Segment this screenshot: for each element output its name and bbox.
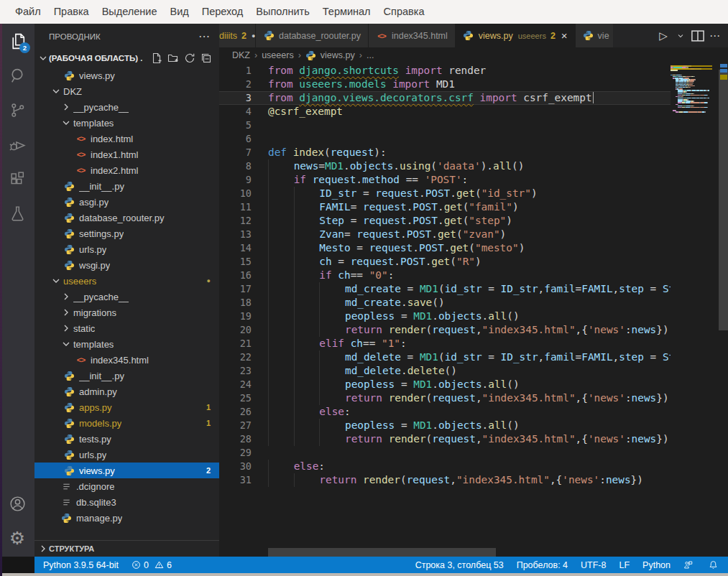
menu-item-Выполнить[interactable]: Выполнить bbox=[249, 0, 315, 24]
code-line-30[interactable]: 30 else: bbox=[219, 460, 671, 473]
breadcrumb-item-useeers[interactable]: useeers bbox=[262, 50, 293, 60]
code-line-4[interactable]: 4@csrf_exempt bbox=[219, 105, 671, 119]
tree-item-apps.py[interactable]: apps.py1 bbox=[34, 399, 219, 415]
activitybar-source-control[interactable] bbox=[0, 93, 34, 127]
tree-item-.dcignore[interactable]: .dcignore bbox=[34, 478, 219, 494]
status-item[interactable]: LF bbox=[619, 560, 630, 570]
tab-diiits[interactable]: diiits2● bbox=[219, 24, 256, 47]
tree-item-manage.py[interactable]: manage.py bbox=[34, 510, 219, 526]
tree-item-models.py[interactable]: models.py1 bbox=[34, 415, 219, 431]
code-line-28[interactable]: 28 return render(request,"index345.html"… bbox=[219, 432, 671, 446]
tab-database_roouter.py[interactable]: database_roouter.py bbox=[256, 24, 369, 47]
horizontal-scrollbar[interactable] bbox=[219, 548, 671, 557]
tree-item-useeers[interactable]: useeers● bbox=[34, 273, 219, 289]
code-line-1[interactable]: 1from django.shortcuts import render bbox=[219, 64, 671, 78]
tree-item-templates[interactable]: templates bbox=[34, 336, 219, 352]
activitybar-explorer[interactable]: 2 bbox=[0, 24, 34, 58]
code-lines[interactable]: 1from django.shortcuts import render2fro… bbox=[219, 64, 671, 487]
python-interpreter-status[interactable]: Python 3.9.5 64-bit bbox=[43, 560, 119, 570]
tree-item-urls.py[interactable]: urls.py bbox=[34, 447, 219, 463]
more-actions-icon[interactable]: ⋯ bbox=[198, 29, 211, 43]
close-icon[interactable]: × bbox=[561, 30, 568, 41]
activitybar-account[interactable] bbox=[0, 486, 34, 521]
code-line-19[interactable]: 19 peopless = MD1.objects.all() bbox=[219, 310, 671, 323]
code-line-6[interactable]: 6 bbox=[219, 132, 671, 146]
status-item[interactable]: Строка 3, столбец 53 bbox=[415, 560, 504, 570]
tree-item-tests.py[interactable]: tests.py bbox=[34, 431, 219, 447]
code-line-2[interactable]: 2from useeers.models import MD1 bbox=[219, 78, 671, 91]
tree-item-index.html[interactable]: <>index.html bbox=[34, 131, 219, 147]
tree-item-DKZ[interactable]: DKZ bbox=[34, 83, 219, 99]
status-item[interactable]: Python bbox=[642, 560, 671, 570]
tree-item-wsgi.py[interactable]: wsgi.py bbox=[34, 257, 219, 273]
code-line-14[interactable]: 14 Mesto = request.POST.get("mesto") bbox=[219, 241, 671, 255]
new-folder-icon[interactable] bbox=[167, 52, 179, 64]
minimap[interactable] bbox=[671, 63, 719, 557]
code-line-8[interactable]: 8 news=MD1.objects.using('daata').all() bbox=[219, 159, 671, 173]
code-line-15[interactable]: 15 ch = request.POST.get("R") bbox=[219, 255, 671, 269]
breadcrumb-item-views.py[interactable]: views.py bbox=[305, 50, 355, 61]
code-line-18[interactable]: 18 md_create.save() bbox=[219, 296, 671, 310]
tree-item-__init__.py[interactable]: __init__.py bbox=[34, 368, 219, 384]
code-line-20[interactable]: 20 return render(request,"index345.html"… bbox=[219, 323, 671, 337]
tree-item-index2.html[interactable]: <>index2.html bbox=[34, 162, 219, 178]
code-line-24[interactable]: 24 peopless = MD1.objects.all() bbox=[219, 378, 671, 391]
code-line-29[interactable]: 29 bbox=[219, 446, 671, 460]
activitybar-search[interactable] bbox=[0, 58, 34, 93]
collapse-all-icon[interactable] bbox=[201, 52, 212, 64]
activitybar-extensions[interactable] bbox=[0, 162, 34, 196]
code-line-16[interactable]: 16 if ch== "0": bbox=[219, 269, 671, 282]
code-line-27[interactable]: 27 peopless = MD1.objects.all() bbox=[219, 419, 671, 432]
code-line-13[interactable]: 13 Zvan= request.POST.get("zvan") bbox=[219, 228, 671, 241]
menu-item-Правка[interactable]: Правка bbox=[47, 0, 96, 24]
outline-section-header[interactable]: СТРУКТУРА bbox=[34, 540, 219, 557]
tree-item-admin.py[interactable]: admin.py bbox=[34, 384, 219, 399]
code-line-12[interactable]: 12 Step = request.POST.get("step") bbox=[219, 214, 671, 228]
status-item[interactable]: Пробелов: 4 bbox=[517, 560, 568, 570]
tree-item-index1.html[interactable]: <>index1.html bbox=[34, 147, 219, 162]
code-line-11[interactable]: 11 FAMIL= request.POST.get("famil") bbox=[219, 200, 671, 214]
tab-views.py[interactable]: views.pyuseeers2× bbox=[456, 24, 576, 47]
code-line-21[interactable]: 21 elif ch== "1": bbox=[219, 337, 671, 350]
tab-index345.html[interactable]: <>index345.html bbox=[369, 24, 456, 47]
code-line-31[interactable]: 31 return render(request,"index345.html"… bbox=[219, 473, 671, 487]
tree-item-db.sqlite3[interactable]: db.sqlite3 bbox=[34, 494, 219, 510]
code-line-17[interactable]: 17 md_create = MD1(id_str = ID_str,famil… bbox=[219, 282, 671, 296]
tree-item-migrations[interactable]: migrations bbox=[34, 305, 219, 320]
breadcrumb-item-...[interactable]: ... bbox=[367, 50, 374, 60]
code-line-26[interactable]: 26 else: bbox=[219, 405, 671, 419]
menu-item-Файл[interactable]: Файл bbox=[9, 0, 47, 24]
new-file-icon[interactable] bbox=[151, 52, 162, 64]
run-dropdown[interactable] bbox=[673, 28, 688, 44]
workspace-section-header[interactable]: (РАБОЧАЯ ОБЛАСТЬ) ... bbox=[34, 49, 219, 68]
code-line-10[interactable]: 10 ID_str = request.POST.get("id_str") bbox=[219, 187, 671, 200]
horizontal-scrollbar-thumb[interactable] bbox=[268, 548, 496, 557]
bell-icon[interactable] bbox=[709, 560, 721, 570]
code-line-25[interactable]: 25 return render(request,"index345.html"… bbox=[219, 391, 671, 405]
tree-item-settings.py[interactable]: settings.py bbox=[34, 226, 219, 241]
tree-item-urls.py[interactable]: urls.py bbox=[34, 241, 219, 257]
tree-item-database_roouter.py[interactable]: database_roouter.py bbox=[34, 210, 219, 226]
code-line-23[interactable]: 23 md_delete.delete() bbox=[219, 364, 671, 378]
tab-vie[interactable]: vie bbox=[576, 24, 613, 47]
code-line-9[interactable]: 9 if request.method == 'POST': bbox=[219, 173, 671, 187]
split-editor-button[interactable] bbox=[691, 28, 705, 44]
menu-item-Терминал[interactable]: Терминал bbox=[316, 0, 377, 24]
activitybar-settings[interactable]: ⚙ bbox=[0, 521, 34, 555]
refresh-icon[interactable] bbox=[184, 52, 195, 64]
tree-item-static[interactable]: static bbox=[34, 320, 219, 336]
activitybar-testing[interactable] bbox=[0, 196, 34, 231]
tree-item-__pycache__[interactable]: __pycache__ bbox=[34, 289, 219, 305]
tree-item-__pycache__[interactable]: __pycache__ bbox=[34, 99, 219, 115]
status-item[interactable]: UTF-8 bbox=[581, 560, 606, 570]
problems-status[interactable]: 0 6 bbox=[132, 560, 172, 570]
menu-item-Справка[interactable]: Справка bbox=[377, 0, 431, 24]
code-line-7[interactable]: 7def index(request): bbox=[219, 146, 671, 159]
code-line-22[interactable]: 22 md_delete = MD1(id_str = ID_str,famil… bbox=[219, 350, 671, 364]
breadcrumb-item-DKZ[interactable]: DKZ bbox=[232, 50, 250, 60]
menu-item-Вид[interactable]: Вид bbox=[163, 0, 195, 24]
menu-item-Переход[interactable]: Переход bbox=[195, 0, 250, 24]
vertical-scrollbar-thumb[interactable] bbox=[719, 70, 728, 330]
tree-item-templates[interactable]: templates bbox=[34, 115, 219, 131]
more-actions-icon[interactable]: ⋯ bbox=[708, 28, 722, 44]
